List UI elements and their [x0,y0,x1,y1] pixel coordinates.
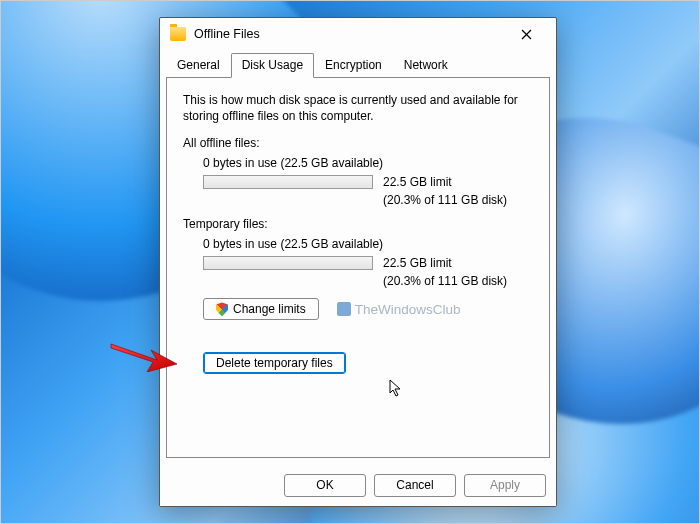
watermark-icon [337,302,351,316]
shield-icon [216,302,228,316]
delete-temp-files-button[interactable]: Delete temporary files [203,352,346,374]
all-offline-block: 0 bytes in use (22.5 GB available) 22.5 … [183,156,533,207]
close-button[interactable] [504,19,548,49]
all-offline-label: All offline files: [183,136,533,150]
all-offline-limit: 22.5 GB limit [383,175,452,189]
temp-files-label: Temporary files: [183,217,533,231]
tab-network[interactable]: Network [393,53,459,78]
change-limits-button[interactable]: Change limits [203,298,319,320]
tab-encryption[interactable]: Encryption [314,53,393,78]
cancel-button[interactable]: Cancel [374,474,456,497]
cursor-pointer-icon [389,379,405,399]
all-offline-progress [203,175,373,189]
delete-temp-label: Delete temporary files [216,356,333,370]
watermark-text: TheWindowsClub [355,302,461,317]
offline-files-dialog: Offline Files General Disk Usage Encrypt… [159,17,557,507]
dialog-footer: OK Cancel Apply [160,464,556,506]
watermark: TheWindowsClub [337,302,461,317]
all-offline-usage: 0 bytes in use (22.5 GB available) [203,156,533,170]
panel-description: This is how much disk space is currently… [183,92,533,124]
temp-progress [203,256,373,270]
ok-button[interactable]: OK [284,474,366,497]
titlebar: Offline Files [160,18,556,50]
annotation-arrow-icon [109,338,179,372]
window-title: Offline Files [194,27,260,41]
temp-limit: 22.5 GB limit [383,256,452,270]
tab-disk-usage[interactable]: Disk Usage [231,53,314,78]
temp-usage: 0 bytes in use (22.5 GB available) [203,237,533,251]
folder-icon [170,27,186,41]
tab-strip: General Disk Usage Encryption Network [160,50,556,77]
all-offline-pct: (20.3% of 111 GB disk) [203,193,533,207]
change-limits-label: Change limits [233,302,306,316]
disk-usage-panel: This is how much disk space is currently… [166,77,550,458]
temp-files-block: 0 bytes in use (22.5 GB available) 22.5 … [183,237,533,288]
tab-general[interactable]: General [166,53,231,78]
temp-pct: (20.3% of 111 GB disk) [203,274,533,288]
apply-button[interactable]: Apply [464,474,546,497]
close-icon [521,29,532,40]
